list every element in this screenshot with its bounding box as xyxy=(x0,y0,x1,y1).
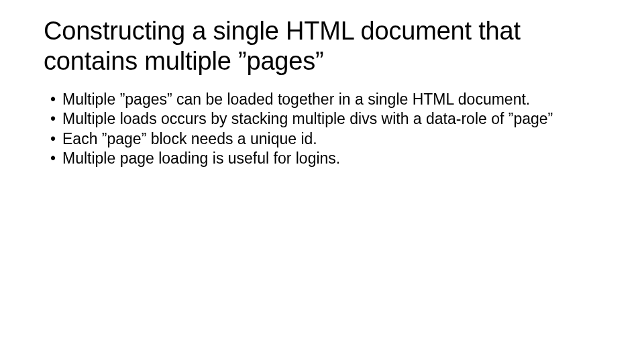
slide-title: Constructing a single HTML document that… xyxy=(44,16,600,76)
list-item: Each ”page” block needs a unique id. xyxy=(50,129,600,149)
list-item: Multiple loads occurs by stacking multip… xyxy=(50,109,600,129)
list-item: Multiple page loading is useful for logi… xyxy=(50,149,600,168)
list-item: Multiple ”pages” can be loaded together … xyxy=(50,90,600,109)
bullet-list: Multiple ”pages” can be loaded together … xyxy=(44,90,600,169)
